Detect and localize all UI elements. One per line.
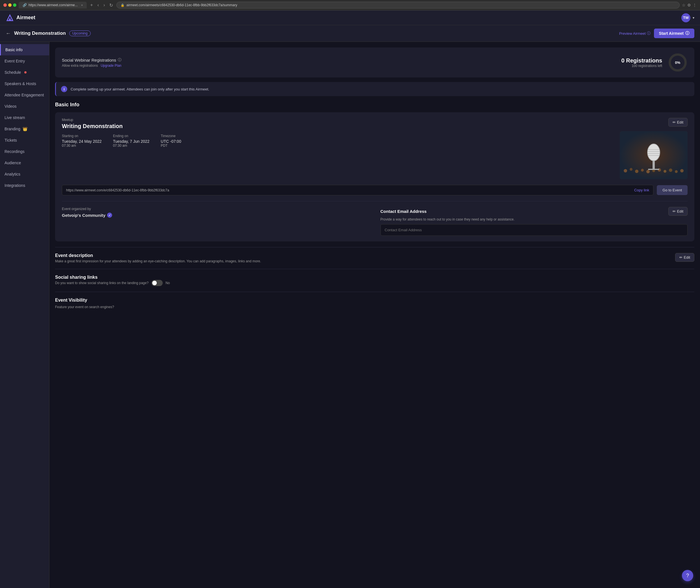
- event-dates: Starting on Tuesday, 24 May 2022 07:30 a…: [62, 134, 614, 147]
- svg-point-16: [647, 144, 660, 161]
- event-header: ← Writing Demonstration Upcoming Preview…: [0, 25, 700, 42]
- sidebar-label-event-entry: Event Entry: [5, 59, 25, 63]
- social-toggle-label: No: [166, 281, 170, 285]
- contact-section: Contact Email Address ✏ Edit Provide a w…: [381, 207, 688, 236]
- social-sharing-toggle[interactable]: [151, 280, 163, 286]
- basic-info-section-title: Basic Info: [55, 102, 694, 108]
- event-header-right: Preview Airmeet ⓘ Start Airmeet ⓘ: [619, 29, 694, 38]
- sidebar-item-tickets[interactable]: Tickets: [0, 134, 49, 146]
- user-menu-btn[interactable]: ▾: [693, 16, 694, 20]
- divider-2: [55, 247, 694, 247]
- tab-close-btn[interactable]: ×: [81, 3, 83, 7]
- help-btn[interactable]: ?: [682, 570, 693, 581]
- sidebar-item-integrations[interactable]: Integrations: [0, 180, 49, 191]
- user-avatar[interactable]: TW: [681, 13, 690, 22]
- sidebar-item-event-entry[interactable]: Event Entry: [0, 55, 49, 67]
- svg-point-8: [641, 169, 644, 171]
- desc-info: Event description Make a great first imp…: [55, 253, 261, 263]
- progress-ring: 0%: [668, 53, 688, 72]
- maximize-window-btn[interactable]: [13, 3, 16, 7]
- toggle-slider: [151, 280, 163, 286]
- event-image: [620, 131, 688, 179]
- event-image-container: [620, 131, 688, 179]
- svg-point-7: [635, 170, 638, 173]
- divider-4: [55, 292, 694, 292]
- contact-email-input[interactable]: [381, 224, 688, 236]
- registration-info: Social Webinar Registrations ⓘ Allow ext…: [62, 57, 121, 68]
- bookmark-btn[interactable]: ☆: [682, 3, 686, 7]
- ending-date-val: Tuesday, 7 Jun 2022: [113, 139, 149, 144]
- close-window-btn[interactable]: [3, 3, 7, 7]
- organizer-contact-section: Event organized by Getvoip's Community ✓…: [62, 207, 688, 236]
- address-bar[interactable]: 🔒 airmeet.com/airmeets/c6842530-db6d-11e…: [116, 2, 680, 8]
- registration-title: Social Webinar Registrations ⓘ: [62, 57, 121, 62]
- start-airmeet-btn[interactable]: Start Airmeet ⓘ: [654, 29, 694, 38]
- preview-airmeet-btn[interactable]: Preview Airmeet ⓘ: [619, 31, 651, 36]
- minimize-window-btn[interactable]: [8, 3, 12, 7]
- sidebar-item-recordings[interactable]: Recordings: [0, 146, 49, 157]
- ending-date-field: Ending on Tuesday, 7 Jun 2022 07:30 am: [113, 134, 149, 147]
- svg-point-5: [624, 169, 627, 172]
- sidebar-item-basic-info[interactable]: Basic info: [0, 44, 49, 55]
- new-tab-btn[interactable]: +: [89, 3, 94, 8]
- timezone-val: UTC -07:00: [161, 139, 181, 144]
- timezone-abbr: PDT: [161, 144, 181, 147]
- sidebar-label-recordings: Recordings: [5, 149, 25, 154]
- desc-header: Event description Make a great first imp…: [55, 253, 694, 263]
- timezone-field: Timezone UTC -07:00 PDT: [161, 134, 181, 147]
- app-logo-text: Airmeet: [16, 15, 35, 21]
- registration-card: Social Webinar Registrations ⓘ Allow ext…: [55, 47, 694, 77]
- upgrade-plan-link[interactable]: Upgrade Plan: [101, 64, 121, 68]
- sidebar-label-attendee-engagement: Attendee Engagement: [5, 93, 44, 97]
- basic-info-card: Meetup Writing Demonstration Starting on…: [55, 112, 694, 241]
- reg-count-label: 100 registrations left: [621, 64, 662, 68]
- contact-edit-btn[interactable]: ✏ Edit: [668, 207, 688, 216]
- basic-info-edit-btn[interactable]: ✏ Edit: [668, 118, 688, 127]
- go-to-event-btn[interactable]: Go to Event: [657, 185, 688, 195]
- airmeet-logo-icon: [6, 14, 14, 22]
- ending-label: Ending on: [113, 134, 149, 138]
- content-area: Social Webinar Registrations ⓘ Allow ext…: [49, 42, 700, 588]
- starting-date-val: Tuesday, 24 May 2022: [62, 139, 102, 144]
- svg-rect-22: [648, 169, 659, 170]
- svg-marker-1: [8, 18, 11, 21]
- url-text: airmeet.com/airmeets/c6842530-db6d-11ec-…: [126, 3, 237, 7]
- organizer-section: Event organized by Getvoip's Community ✓: [62, 207, 369, 218]
- svg-point-6: [630, 168, 632, 171]
- reg-count-number: 0 Registrations: [621, 57, 662, 64]
- sidebar-item-live-stream[interactable]: Live stream: [0, 112, 49, 123]
- event-url-box: https://www.airmeet.com/e/c6842530-db6d-…: [62, 185, 653, 195]
- visibility-title: Event Visibility: [55, 298, 694, 303]
- svg-point-12: [664, 170, 666, 173]
- sidebar-item-schedule[interactable]: Schedule: [0, 67, 49, 78]
- app-header: Airmeet TW ▾: [0, 10, 700, 25]
- svg-rect-21: [653, 161, 655, 169]
- back-to-events-btn[interactable]: ←: [6, 31, 11, 36]
- tab-favicon: 🔗: [23, 3, 27, 7]
- menu-btn[interactable]: ⋮: [693, 3, 697, 7]
- back-btn[interactable]: ‹: [96, 2, 100, 8]
- sidebar-item-audience[interactable]: Audience: [0, 157, 49, 168]
- starting-time-val: 07:30 am: [62, 144, 102, 147]
- info-banner-icon: i: [61, 86, 67, 92]
- browser-action-buttons: ☆ ⚙ ⋮: [682, 3, 697, 7]
- event-status-badge: Upcoming: [69, 31, 91, 36]
- tab-title: https://www.airmeet.com/airme...: [29, 3, 78, 7]
- description-edit-btn[interactable]: ✏ Edit: [675, 253, 694, 262]
- event-description-section: Event description Make a great first imp…: [55, 253, 694, 263]
- copy-link-btn[interactable]: Copy link: [634, 188, 649, 192]
- extensions-btn[interactable]: ⚙: [687, 3, 691, 7]
- sidebar-label-integrations: Integrations: [5, 183, 25, 188]
- reload-btn[interactable]: ↻: [108, 2, 114, 8]
- sidebar-label-analytics: Analytics: [5, 172, 20, 176]
- sidebar-item-videos[interactable]: Videos: [0, 101, 49, 112]
- ending-time-val: 07:30 am: [113, 144, 149, 147]
- sidebar-item-branding[interactable]: Branding 👑: [0, 123, 49, 134]
- sidebar-item-attendee-engagement[interactable]: Attendee Engagement: [0, 89, 49, 101]
- organizer-name: Getvoip's Community ✓: [62, 212, 369, 218]
- sidebar-item-analytics[interactable]: Analytics: [0, 168, 49, 180]
- sidebar-item-speakers-hosts[interactable]: Speakers & Hosts: [0, 78, 49, 89]
- browser-tab[interactable]: 🔗 https://www.airmeet.com/airme... ×: [19, 2, 87, 8]
- svg-point-15: [680, 169, 684, 172]
- forward-btn[interactable]: ›: [102, 2, 106, 8]
